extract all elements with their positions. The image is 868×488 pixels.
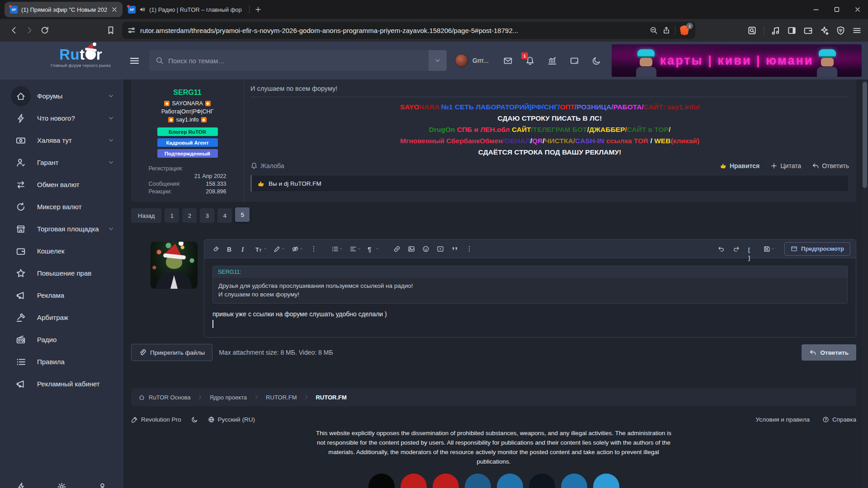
liked-by-bar[interactable]: Вы и dj RuTOR.FM xyxy=(250,175,849,192)
search-options-dropdown[interactable] xyxy=(429,50,447,71)
dark-mode-moon-icon[interactable] xyxy=(592,56,601,66)
account-icon[interactable] xyxy=(98,482,107,488)
notifications-bell-icon[interactable]: 1 xyxy=(525,56,535,66)
social-link-2[interactable] xyxy=(433,474,459,488)
brave-shield-icon[interactable]: 2 xyxy=(680,25,690,35)
breadcrumb-item-1[interactable]: Ядро проекта xyxy=(209,394,247,401)
wallet-icon[interactable] xyxy=(803,26,813,35)
address-bar[interactable]: rutor.amsterdam/threads/pryamoi-efir-s-n… xyxy=(122,22,695,39)
scrollbar-thumb[interactable] xyxy=(863,82,867,188)
media-playing-icon[interactable] xyxy=(771,26,780,35)
editor-smiley-button[interactable] xyxy=(420,243,432,255)
sidebar-item-7[interactable]: Кошелек xyxy=(0,240,123,262)
url-text[interactable]: rutor.amsterdam/threads/pryamoi-efir-s-n… xyxy=(140,27,645,34)
sidebar-item-5[interactable]: Миксер валют xyxy=(0,196,123,218)
sidebar-item-11[interactable]: Радио xyxy=(0,328,123,351)
zoom-out-icon[interactable] xyxy=(650,26,658,34)
social-link-7[interactable] xyxy=(593,474,619,488)
tab-close-icon[interactable] xyxy=(111,6,118,13)
share-icon[interactable] xyxy=(662,26,670,34)
gear-icon[interactable] xyxy=(57,482,66,488)
site-logo[interactable]: Rutr Главный форум черного рынка xyxy=(51,47,111,68)
editor-content[interactable]: SERG11: Друзья для удобства прослушивани… xyxy=(204,258,856,337)
editor-link-button[interactable] xyxy=(391,243,403,255)
ad-banner[interactable]: карты | киви | юмани xyxy=(612,44,862,77)
like-button[interactable]: Нравится xyxy=(720,162,760,169)
ai-assistant-icon[interactable] xyxy=(820,26,829,35)
help-link[interactable]: Справка xyxy=(822,416,856,423)
pagination-page-3[interactable]: 3 xyxy=(200,208,214,223)
social-link-0[interactable] xyxy=(368,474,395,488)
sidebar-item-1[interactable]: Что нового? xyxy=(0,107,123,129)
editor-eraser-button[interactable] xyxy=(210,243,222,255)
editor-dots-button[interactable] xyxy=(463,243,476,255)
sidebar-item-12[interactable]: Правила xyxy=(0,351,123,373)
editor-pen-button[interactable] xyxy=(271,243,288,255)
reply-draft-text[interactable]: привык уже с ссылки на форуме слушать уд… xyxy=(212,310,848,318)
post-ad-line-3[interactable]: Мгновенный СбербанкОбмен/ОБНАЛ/QR/ЧИСТКА… xyxy=(250,135,849,146)
social-link-6[interactable] xyxy=(561,474,587,488)
preview-button[interactable]: Предпросмотр xyxy=(784,242,850,256)
editor-pilcrow-button[interactable]: ¶ xyxy=(365,243,382,255)
editor-italic-button[interactable]: I xyxy=(239,243,251,255)
tab-audio-icon[interactable] xyxy=(139,6,146,13)
stats-icon[interactable] xyxy=(547,56,557,66)
window-minimize-button[interactable] xyxy=(806,0,826,19)
theme-toggle[interactable] xyxy=(191,416,198,423)
submit-reply-button[interactable]: Ответить xyxy=(802,344,856,361)
report-button[interactable]: Жалоба xyxy=(250,162,284,169)
author-name[interactable]: SERG11 xyxy=(135,89,240,97)
editor-eyeoff-button[interactable] xyxy=(289,243,306,255)
pagination-page-4[interactable]: 4 xyxy=(217,208,232,223)
sidebar-item-3[interactable]: Гарант xyxy=(0,151,123,174)
reply-link[interactable]: Ответить xyxy=(812,162,849,169)
language-chooser[interactable]: Русский (RU) xyxy=(208,416,255,423)
sidebar-item-13[interactable]: Рекламный кабинет xyxy=(0,373,123,395)
bookmark-icon[interactable] xyxy=(103,23,118,38)
social-link-4[interactable] xyxy=(497,474,523,488)
post-ad-line-0[interactable]: SAYONARA №1 СЕТЬ ЛАБОРАТОРИЙ|РФ/СНГ/ОПТ/… xyxy=(250,101,849,113)
editor-redo-button[interactable] xyxy=(730,243,743,255)
reload-button[interactable] xyxy=(37,23,52,38)
author-badge[interactable]: Подтвержденный xyxy=(157,149,218,158)
pagination-page-5[interactable]: 5 xyxy=(235,207,250,222)
browser-tab-2[interactable]: XF (1) Радио | RuTOR – главный фор xyxy=(123,2,246,17)
breadcrumb-item-2[interactable]: RUTOR.FM xyxy=(266,394,297,401)
breadcrumb-item-3[interactable]: RUTOR.FM xyxy=(316,394,346,401)
username[interactable]: Grrr... xyxy=(472,57,489,64)
editor-media-button[interactable] xyxy=(434,243,447,255)
sidebar-item-2[interactable]: Халява тут xyxy=(0,129,123,151)
window-close-button[interactable] xyxy=(847,0,868,19)
sidebar-panel-icon[interactable] xyxy=(787,26,797,35)
new-tab-button[interactable] xyxy=(252,4,264,15)
scrollbar[interactable] xyxy=(862,80,868,488)
hamburger-menu-icon[interactable] xyxy=(129,55,140,66)
pagination-page-1[interactable]: 1 xyxy=(165,208,179,223)
pagination-back-button[interactable]: Назад xyxy=(131,208,161,223)
editor-undo-button[interactable] xyxy=(715,243,727,255)
search-input[interactable] xyxy=(164,57,429,65)
author-badge[interactable]: Кадровый Агент xyxy=(157,138,218,147)
sidebar-item-8[interactable]: Повышение прав xyxy=(0,262,123,284)
sidebar-item-9[interactable]: Реклама xyxy=(0,284,123,306)
editor-quote-button[interactable] xyxy=(448,243,461,255)
sidebar-item-4[interactable]: Обмен валют xyxy=(0,174,123,196)
editor-brackets-button[interactable]: [ ] xyxy=(745,243,758,255)
vpn-shield-icon[interactable] xyxy=(836,26,845,35)
editor-save-button[interactable] xyxy=(761,243,777,255)
wallet-card-icon[interactable] xyxy=(570,56,579,66)
editor-bold-button[interactable]: B xyxy=(224,243,237,255)
attach-files-button[interactable]: Прикрепить файлы xyxy=(131,344,212,361)
editor-align-button[interactable] xyxy=(347,243,363,255)
social-link-3[interactable] xyxy=(465,474,491,488)
style-chooser[interactable]: Revolution Pro xyxy=(131,416,181,423)
quote-button[interactable]: Цитата xyxy=(770,162,801,169)
forward-button[interactable] xyxy=(22,23,37,38)
editor-ul-button[interactable] xyxy=(329,243,345,255)
post-ad-line-2[interactable]: DrugOn СПБ и ЛЕН.обл САЙТ/ТЕЛЕГРАМ БОТ/Д… xyxy=(250,124,849,135)
quote-author[interactable]: SERG11: xyxy=(213,266,847,278)
social-link-5[interactable] xyxy=(529,474,555,488)
editor-image-button[interactable] xyxy=(405,243,418,255)
whats-new-bolt-icon[interactable] xyxy=(16,482,26,488)
menu-icon[interactable] xyxy=(852,26,862,35)
